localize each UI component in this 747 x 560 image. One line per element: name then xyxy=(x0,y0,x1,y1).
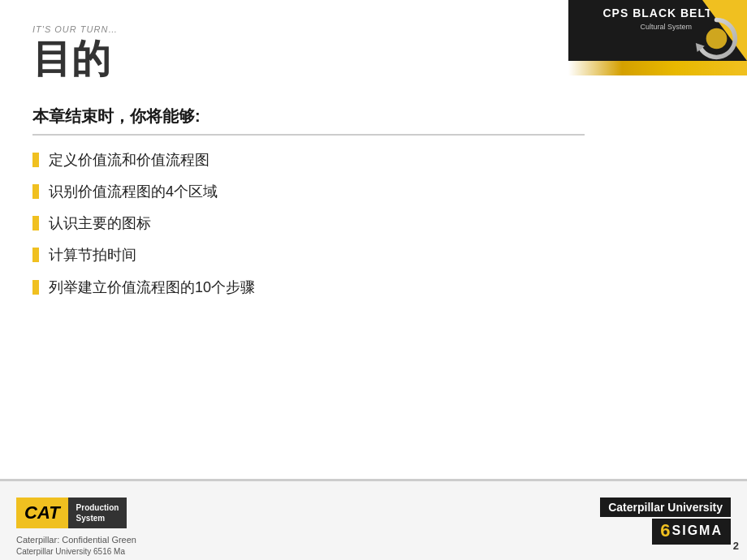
page-number: 2 xyxy=(733,540,739,552)
list-item: 认识主要的图标 xyxy=(32,213,715,234)
bullet-text: 计算节拍时间 xyxy=(49,245,136,265)
bullet-list: 定义价值流和价值流程图 识别价值流程图的4个区域 认识主要的图标 计算节拍时间 … xyxy=(32,150,715,298)
bullet-text: 列举建立价值流程图的10个步骤 xyxy=(49,278,255,298)
cultural-system-label: Cultural System xyxy=(640,23,692,32)
bullet-marker xyxy=(32,280,39,295)
bullet-marker xyxy=(32,216,39,230)
six-sigma-row: 6 SIGMA xyxy=(652,519,731,545)
footer-left: CAT Production System Caterpillar: Confi… xyxy=(16,498,136,545)
list-item: 计算节拍时间 xyxy=(32,245,715,265)
bullet-marker xyxy=(32,153,39,167)
bullet-text: 定义价值流和价值流程图 xyxy=(49,150,209,170)
cultural-system-icon xyxy=(692,16,741,61)
list-item: 定义价值流和价值流程图 xyxy=(32,150,715,170)
six-label: 6 xyxy=(660,520,670,541)
bullet-text: 认识主要的图标 xyxy=(49,213,151,234)
list-item: 列举建立价值流程图的10个步骤 xyxy=(32,278,715,298)
confidential-label: Caterpillar: Confidential Green xyxy=(16,535,136,545)
svg-point-1 xyxy=(706,28,727,50)
sigma-label: SIGMA xyxy=(672,523,723,538)
cat-logo: CAT Production System xyxy=(16,498,136,528)
footer-bottom-text: Caterpillar University 6516 Ma xyxy=(16,547,125,556)
bullet-marker xyxy=(32,184,39,199)
section-heading: 本章结束时，你将能够: xyxy=(32,106,715,127)
bullet-marker xyxy=(32,248,39,262)
production-system-text: Production System xyxy=(68,498,127,528)
yellow-band-decoration xyxy=(568,61,747,75)
caterpillar-university-label: Caterpillar University xyxy=(600,498,731,517)
footer-right: Caterpillar University 6 SIGMA xyxy=(600,498,731,545)
section-divider xyxy=(32,134,585,136)
cat-logo-box: CAT xyxy=(16,498,68,528)
bullet-text: 识别价值流程图的4个区域 xyxy=(49,182,218,202)
list-item: 识别价值流程图的4个区域 xyxy=(32,182,715,202)
